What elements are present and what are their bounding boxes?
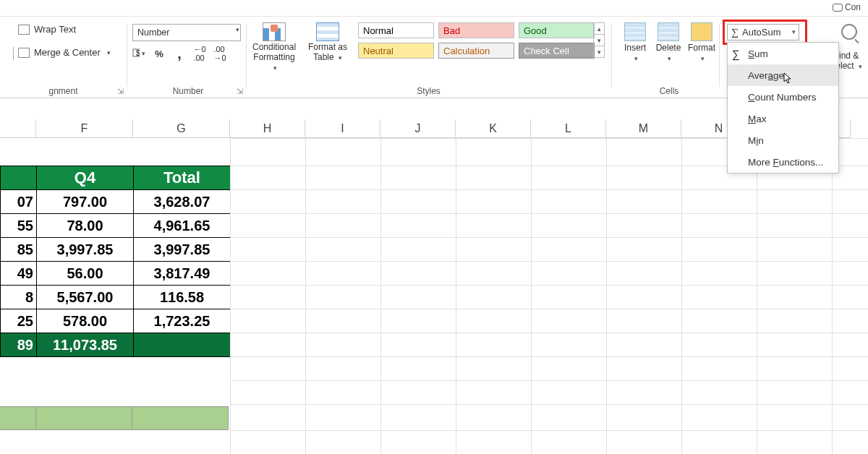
sigma-icon: ∑ [732, 48, 740, 60]
alignment-launcher[interactable]: ⇲ [117, 87, 124, 96]
comma-button[interactable]: , [173, 47, 186, 60]
gallery-more-button[interactable]: ▾ [593, 46, 605, 58]
svg-text:$: $ [136, 49, 140, 57]
comments-label: Con [845, 2, 861, 12]
styles-group-label: Styles [250, 86, 608, 96]
number-format-combo[interactable] [132, 24, 241, 41]
gallery-down-button[interactable]: ▾ [593, 34, 605, 46]
style-check-cell[interactable]: Check Cell [519, 43, 595, 59]
search-icon [841, 24, 857, 40]
menu-sum[interactable]: ∑ Sum [728, 43, 838, 64]
decrease-decimal-button[interactable]: .00→0 [213, 47, 226, 60]
find-select-button[interactable]: ind &elect ▾ [835, 24, 862, 71]
sigma-icon: ∑ [731, 27, 739, 38]
autosum-label: AutoSum [742, 27, 780, 38]
wrap-text-button[interactable]: Wrap Text [18, 24, 76, 35]
indent-icon[interactable] [4, 47, 14, 60]
cells-group-label: Cells [618, 86, 720, 96]
comments-button[interactable]: Con [833, 2, 861, 12]
column-header[interactable]: L [531, 119, 606, 138]
delete-button[interactable]: Delete▾ [653, 22, 684, 63]
alignment-group: Wrap Text Merge & Center ▾ gnment ⇲ [0, 17, 127, 98]
column-header[interactable]: I [305, 119, 380, 138]
gridlines [230, 138, 868, 454]
number-launcher[interactable]: ⇲ [237, 87, 243, 96]
comment-icon [833, 4, 843, 12]
merge-label: Merge & Center [34, 47, 101, 58]
format-as-table-button[interactable]: Format as Table ▾ [306, 22, 349, 63]
style-normal[interactable]: Normal [358, 22, 434, 38]
menu-more-functions[interactable]: More Functions... [728, 151, 838, 173]
menu-average[interactable]: Average [728, 64, 838, 86]
menu-max[interactable]: Max [728, 108, 838, 129]
hdr-q4[interactable]: Q4 [37, 166, 134, 190]
chevron-down-icon[interactable]: ▾ [792, 28, 796, 35]
wrap-text-icon [18, 25, 30, 35]
insert-icon [624, 22, 646, 41]
format-icon [691, 22, 712, 41]
table-icon [316, 22, 339, 41]
style-neutral[interactable]: Neutral [358, 43, 434, 59]
wrap-text-label: Wrap Text [34, 24, 76, 35]
data-table: Q4Total 07797.003,628.07 5578.004,961.65… [0, 166, 231, 357]
merge-center-button[interactable]: Merge & Center ▾ [18, 47, 111, 58]
column-header[interactable] [0, 119, 36, 138]
column-header[interactable]: K [456, 119, 531, 138]
number-group: ▾ $▾ % , ←0.00 .00→0 Number ⇲ [130, 17, 246, 98]
merge-icon [18, 48, 30, 58]
alignment-group-label: gnment [0, 86, 127, 96]
conditional-formatting-icon [263, 22, 286, 41]
delete-icon [658, 22, 679, 41]
column-header[interactable]: F [36, 119, 133, 138]
column-header[interactable]: M [606, 119, 681, 138]
styles-group: Conditional Formatting ▾ Format as Table… [250, 17, 608, 98]
currency-button[interactable]: $▾ [132, 47, 145, 60]
number-group-label: Number [130, 86, 246, 96]
format-cell-button[interactable]: Format▾ [686, 22, 717, 63]
autosum-dropdown: ∑ Sum Average Count Numbers Max Min More… [727, 42, 839, 174]
increase-decimal-button[interactable]: ←0.00 [193, 47, 206, 60]
cells-group: Insert▾ Delete▾ Format▾ Cells [618, 17, 720, 98]
highlighted-row[interactable] [0, 406, 229, 430]
column-header[interactable]: J [380, 119, 456, 138]
hdr-total[interactable]: Total [134, 166, 231, 190]
autosum-button[interactable]: ∑ AutoSum ▾ [727, 24, 799, 40]
chevron-down-icon: ▾ [107, 49, 111, 56]
cell-styles-gallery[interactable]: Normal Bad Good Neutral Calculation Chec… [358, 22, 595, 63]
percent-button[interactable]: % [153, 47, 166, 60]
insert-button[interactable]: Insert▾ [620, 22, 650, 63]
style-bad[interactable]: Bad [438, 22, 514, 38]
column-header[interactable]: H [230, 119, 305, 138]
cursor-icon [783, 72, 793, 87]
menu-count[interactable]: Count Numbers [728, 86, 838, 108]
style-good[interactable]: Good [519, 22, 595, 38]
style-calculation[interactable]: Calculation [438, 43, 514, 59]
gallery-up-button[interactable]: ▴ [593, 22, 605, 35]
column-header[interactable]: G [133, 119, 230, 138]
conditional-formatting-button[interactable]: Conditional Formatting ▾ [252, 22, 296, 72]
menu-min[interactable]: Min [728, 129, 838, 151]
